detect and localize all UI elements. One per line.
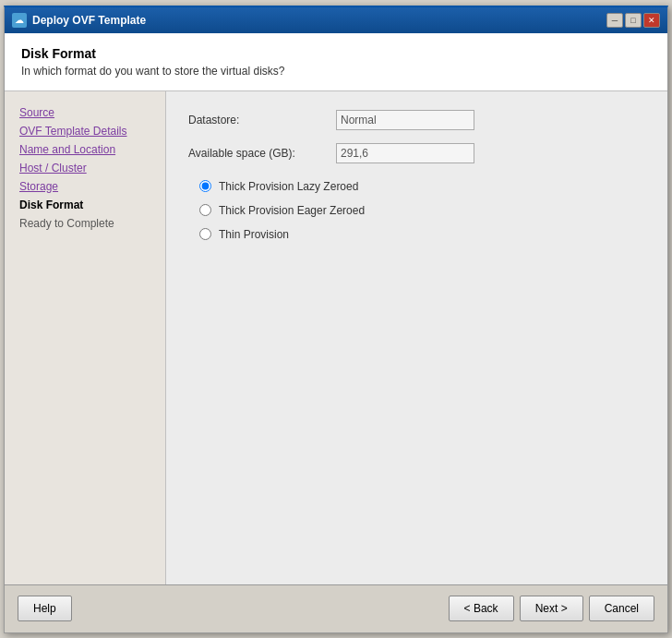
- back-button[interactable]: < Back: [449, 596, 514, 621]
- sidebar-item-storage[interactable]: Storage: [16, 178, 154, 195]
- maximize-button[interactable]: □: [625, 13, 642, 28]
- sidebar-item-name-and-location[interactable]: Name and Location: [16, 141, 154, 158]
- sidebar-item-ovf-template-details[interactable]: OVF Template Details: [16, 123, 154, 139]
- title-bar-controls: ─ □ ✕: [606, 13, 660, 28]
- title-bar-left: ☁ Deploy OVF Template: [12, 13, 146, 28]
- radio-thick-eager[interactable]: Thick Provision Eager Zeroed: [199, 204, 645, 217]
- title-bar: ☁ Deploy OVF Template ─ □ ✕: [5, 7, 667, 33]
- sidebar-item-ready-to-complete: Ready to Complete: [16, 215, 154, 232]
- sidebar-item-host-cluster[interactable]: Host / Cluster: [16, 160, 154, 176]
- footer-right: < Back Next > Cancel: [449, 596, 654, 621]
- next-button[interactable]: Next >: [520, 596, 583, 621]
- datastore-input[interactable]: [336, 110, 474, 130]
- radio-group: Thick Provision Lazy Zeroed Thick Provis…: [188, 180, 645, 241]
- radio-thin-label: Thin Provision: [219, 228, 289, 241]
- available-space-label: Available space (GB):: [188, 147, 336, 160]
- radio-thick-lazy-label: Thick Provision Lazy Zeroed: [219, 180, 358, 193]
- main-content: Source OVF Template Details Name and Loc…: [5, 91, 667, 584]
- available-space-input: [336, 143, 474, 163]
- sidebar: Source OVF Template Details Name and Loc…: [5, 91, 166, 584]
- window-title: Deploy OVF Template: [32, 14, 146, 27]
- sidebar-item-disk-format: Disk Format: [16, 197, 154, 213]
- header-title: Disk Format: [21, 46, 651, 61]
- header-description: In which format do you want to store the…: [21, 65, 651, 78]
- footer-left: Help: [18, 596, 72, 621]
- radio-thin[interactable]: Thin Provision: [199, 228, 645, 241]
- main-window: ☁ Deploy OVF Template ─ □ ✕ Disk Format …: [4, 6, 668, 633]
- content-area: Datastore: Available space (GB): Thick P…: [166, 91, 667, 584]
- sidebar-item-source[interactable]: Source: [16, 104, 154, 121]
- radio-thin-input[interactable]: [199, 228, 211, 240]
- footer: Help < Back Next > Cancel: [5, 584, 667, 632]
- radio-thick-eager-label: Thick Provision Eager Zeroed: [219, 204, 365, 217]
- minimize-button[interactable]: ─: [606, 13, 623, 28]
- help-button[interactable]: Help: [18, 596, 72, 621]
- cancel-button[interactable]: Cancel: [589, 596, 654, 621]
- available-space-row: Available space (GB):: [188, 143, 645, 163]
- radio-thick-lazy-input[interactable]: [199, 180, 211, 192]
- datastore-label: Datastore:: [188, 114, 336, 126]
- close-button[interactable]: ✕: [643, 13, 660, 28]
- radio-thick-eager-input[interactable]: [199, 204, 211, 216]
- datastore-row: Datastore:: [188, 110, 645, 130]
- header-section: Disk Format In which format do you want …: [5, 33, 667, 91]
- radio-thick-lazy[interactable]: Thick Provision Lazy Zeroed: [199, 180, 645, 193]
- window-icon: ☁: [12, 13, 27, 28]
